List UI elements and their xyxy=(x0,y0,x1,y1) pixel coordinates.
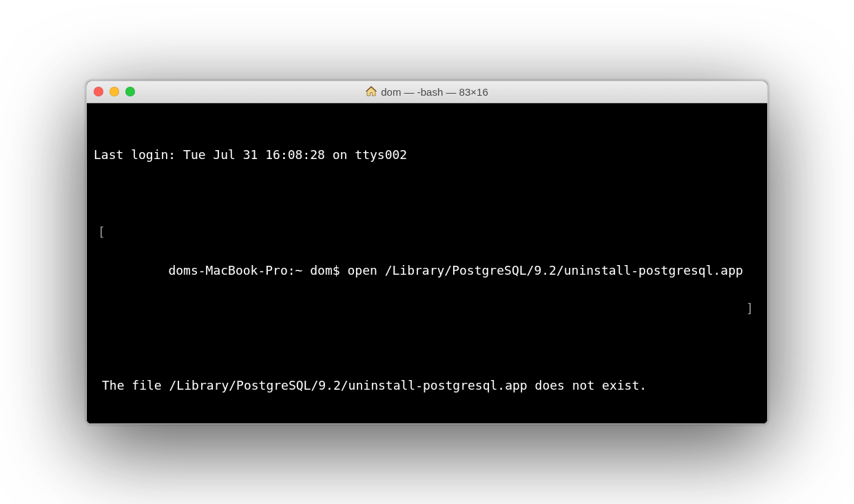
close-button[interactable] xyxy=(94,87,103,96)
home-icon xyxy=(366,86,377,97)
window-title: dom — -bash — 83×16 xyxy=(87,86,767,98)
terminal-content[interactable]: Last login: Tue Jul 31 16:08:28 on ttys0… xyxy=(87,103,767,423)
minimize-button[interactable] xyxy=(110,87,119,96)
command-output: The file /Library/PostgreSQL/9.2/uninsta… xyxy=(102,376,760,395)
traffic-lights xyxy=(94,87,135,96)
maximize-button[interactable] xyxy=(125,87,135,96)
bracket-right: ] xyxy=(746,299,753,318)
window-titlebar[interactable]: dom — -bash — 83×16 xyxy=(87,81,767,103)
window-title-text: dom — -bash — 83×16 xyxy=(381,86,488,98)
shell-prompt: doms-MacBook-Pro:~ dom$ xyxy=(168,263,347,277)
terminal-window: dom — -bash — 83×16 Last login: Tue Jul … xyxy=(86,81,768,424)
command-text: open /Library/PostgreSQL/9.2/uninstall-p… xyxy=(347,263,742,277)
bracket-left: [ xyxy=(98,222,105,242)
login-message: Last login: Tue Jul 31 16:08:28 on ttys0… xyxy=(94,145,760,165)
